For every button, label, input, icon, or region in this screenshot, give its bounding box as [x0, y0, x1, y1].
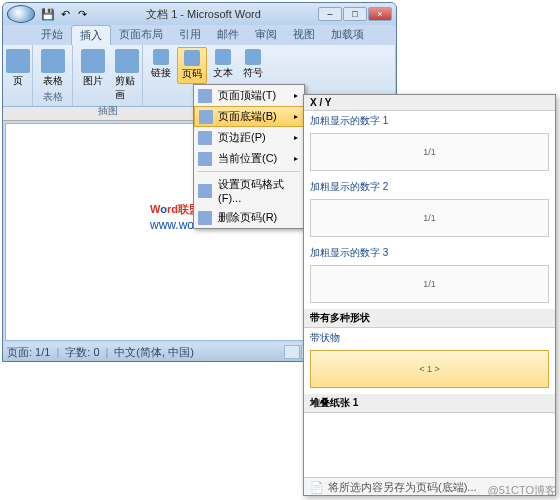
tab-view[interactable]: 视图 [285, 25, 323, 45]
gallery-preview: 1/1 [310, 199, 549, 237]
tab-addins[interactable]: 加载项 [323, 25, 372, 45]
tab-review[interactable]: 审阅 [247, 25, 285, 45]
symbol-icon [245, 49, 261, 65]
group-illustrations: 图片 剪贴画 插图 [73, 45, 143, 106]
titlebar: 💾 ↶ ↷ 文档 1 - Microsoft Word – □ × [3, 3, 396, 25]
close-button[interactable]: × [368, 7, 392, 21]
redo-icon[interactable]: ↷ [75, 7, 89, 21]
window-controls: – □ × [318, 7, 392, 21]
link-icon [153, 49, 169, 65]
minimize-button[interactable]: – [318, 7, 342, 21]
gallery-section-header: 带有多种形状 [304, 309, 555, 328]
save-icon[interactable]: 💾 [41, 7, 55, 21]
gallery-section-header: X / Y [304, 95, 555, 111]
pages-button[interactable]: 页 [7, 47, 28, 90]
margins-icon [198, 131, 212, 145]
group-tables: 表格 表格 [33, 45, 73, 106]
symbol-button[interactable]: 符号 [239, 47, 267, 84]
gallery-preview: < 1 > [310, 350, 549, 388]
group-label-illustrations: 插图 [77, 104, 138, 118]
links-button[interactable]: 链接 [147, 47, 175, 84]
status-words[interactable]: 字数: 0 [65, 345, 99, 360]
position-icon [198, 152, 212, 166]
quick-access-toolbar: 💾 ↶ ↷ [41, 7, 89, 21]
page-number-icon [184, 50, 200, 66]
menu-remove-page-numbers[interactable]: 删除页码(R) [194, 207, 304, 228]
page-number-menu: 页面顶端(T)▸ 页面底端(B)▸ 页边距(P)▸ 当前位置(C)▸ 设置页码格… [193, 84, 305, 229]
chevron-right-icon: ▸ [294, 91, 298, 100]
gallery-scroll[interactable]: X / Y 加粗显示的数字 1 1/1 加粗显示的数字 2 1/1 加粗显示的数… [304, 95, 555, 477]
gallery-preview: 1/1 [310, 265, 549, 303]
table-icon [41, 49, 65, 73]
format-icon [198, 184, 212, 198]
picture-icon [81, 49, 105, 73]
menu-current-position[interactable]: 当前位置(C)▸ [194, 148, 304, 169]
undo-icon[interactable]: ↶ [58, 7, 72, 21]
tab-references[interactable]: 引用 [171, 25, 209, 45]
table-button[interactable]: 表格 [37, 47, 68, 90]
page-number-button[interactable]: 页码 [177, 47, 207, 84]
menu-format-page-numbers[interactable]: 设置页码格式(F)... [194, 174, 304, 207]
clipart-button[interactable]: 剪贴画 [111, 47, 143, 104]
menu-page-margins[interactable]: 页边距(P)▸ [194, 127, 304, 148]
menu-top-of-page[interactable]: 页面顶端(T)▸ [194, 85, 304, 106]
group-label-tables: 表格 [37, 90, 68, 104]
status-lang[interactable]: 中文(简体, 中国) [114, 345, 193, 360]
top-page-icon [198, 89, 212, 103]
clipart-icon [115, 49, 139, 73]
window-title: 文档 1 - Microsoft Word [89, 7, 318, 22]
remove-icon [198, 211, 212, 225]
gallery-item[interactable]: 加粗显示的数字 2 1/1 [304, 177, 555, 237]
maximize-button[interactable]: □ [343, 7, 367, 21]
menu-separator [198, 171, 300, 172]
gallery-section-header: 堆叠纸张 1 [304, 394, 555, 413]
corner-watermark: @51CTO博客 [488, 483, 556, 498]
gallery-preview: 1/1 [310, 133, 549, 171]
chevron-right-icon: ▸ [294, 154, 298, 163]
chevron-right-icon: ▸ [294, 133, 298, 142]
text-icon [215, 49, 231, 65]
menu-bottom-of-page[interactable]: 页面底端(B)▸ [194, 106, 304, 127]
tab-home[interactable]: 开始 [33, 25, 71, 45]
page-number-gallery: X / Y 加粗显示的数字 1 1/1 加粗显示的数字 2 1/1 加粗显示的数… [303, 94, 556, 496]
group-pages: 页 [3, 45, 33, 106]
view-print-layout[interactable] [284, 345, 300, 359]
picture-button[interactable]: 图片 [77, 47, 109, 104]
tab-insert[interactable]: 插入 [71, 25, 111, 45]
tab-layout[interactable]: 页面布局 [111, 25, 171, 45]
chevron-right-icon: ▸ [294, 112, 298, 121]
bottom-page-icon [199, 110, 213, 124]
gallery-item[interactable]: 带状物 < 1 > [304, 328, 555, 388]
office-button[interactable] [7, 5, 35, 23]
status-page[interactable]: 页面: 1/1 [7, 345, 50, 360]
text-button[interactable]: 文本 [209, 47, 237, 84]
page-icon [6, 49, 30, 73]
tab-mailings[interactable]: 邮件 [209, 25, 247, 45]
save-selection-icon: 📄 [310, 481, 324, 494]
gallery-item[interactable]: 加粗显示的数字 3 1/1 [304, 243, 555, 303]
ribbon-tabs: 开始 插入 页面布局 引用 邮件 审阅 视图 加载项 [3, 25, 396, 45]
gallery-item[interactable]: 加粗显示的数字 1 1/1 [304, 111, 555, 171]
